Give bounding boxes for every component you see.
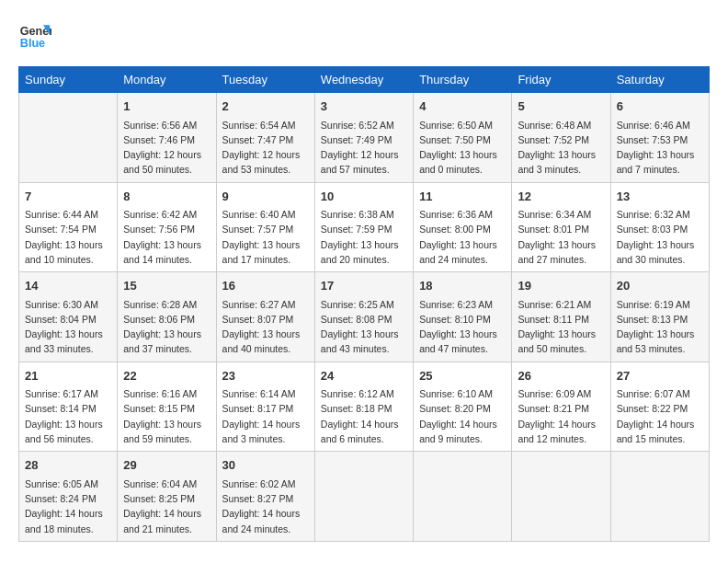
day-number: 9 — [222, 188, 309, 206]
week-row-3: 14Sunrise: 6:30 AMSunset: 8:04 PMDayligh… — [19, 272, 710, 362]
calendar-cell: 22Sunrise: 6:16 AMSunset: 8:15 PMDayligh… — [118, 362, 216, 452]
cell-info: Sunrise: 6:38 AMSunset: 7:59 PMDaylight:… — [321, 207, 407, 267]
calendar-cell: 1Sunrise: 6:56 AMSunset: 7:46 PMDaylight… — [118, 93, 216, 183]
cell-info: Sunrise: 6:25 AMSunset: 8:08 PMDaylight:… — [321, 297, 407, 357]
cell-info: Sunrise: 6:30 AMSunset: 8:04 PMDaylight:… — [25, 297, 111, 357]
calendar-cell: 3Sunrise: 6:52 AMSunset: 7:49 PMDaylight… — [314, 93, 413, 183]
cell-info: Sunrise: 6:28 AMSunset: 8:06 PMDaylight:… — [123, 297, 210, 357]
column-header-saturday: Saturday — [610, 67, 709, 93]
page-header: General Blue — [18, 18, 710, 52]
day-number: 3 — [321, 98, 407, 116]
column-header-sunday: Sunday — [19, 67, 118, 93]
cell-info: Sunrise: 6:54 AMSunset: 7:47 PMDaylight:… — [222, 118, 309, 178]
calendar-cell: 10Sunrise: 6:38 AMSunset: 7:59 PMDayligh… — [314, 182, 413, 272]
day-number: 23 — [222, 367, 309, 385]
calendar-cell: 30Sunrise: 6:02 AMSunset: 8:27 PMDayligh… — [216, 452, 314, 542]
calendar-cell: 28Sunrise: 6:05 AMSunset: 8:24 PMDayligh… — [19, 452, 118, 542]
day-number: 15 — [123, 277, 210, 295]
day-number: 24 — [321, 367, 407, 385]
column-header-wednesday: Wednesday — [314, 67, 413, 93]
day-number: 1 — [123, 98, 210, 116]
day-number: 29 — [123, 456, 210, 475]
calendar-cell: 4Sunrise: 6:50 AMSunset: 7:50 PMDaylight… — [414, 93, 512, 183]
calendar-cell: 5Sunrise: 6:48 AMSunset: 7:52 PMDaylight… — [512, 93, 610, 183]
logo: General Blue — [18, 18, 55, 52]
day-number: 4 — [419, 98, 506, 116]
cell-info: Sunrise: 6:21 AMSunset: 8:11 PMDaylight:… — [518, 297, 604, 357]
calendar-cell: 25Sunrise: 6:10 AMSunset: 8:20 PMDayligh… — [414, 362, 512, 452]
svg-text:Blue: Blue — [20, 37, 45, 50]
calendar-cell: 6Sunrise: 6:46 AMSunset: 7:53 PMDaylight… — [610, 93, 709, 183]
calendar-cell: 17Sunrise: 6:25 AMSunset: 8:08 PMDayligh… — [314, 272, 413, 362]
day-number: 10 — [321, 188, 407, 206]
cell-info: Sunrise: 6:50 AMSunset: 7:50 PMDaylight:… — [419, 118, 506, 178]
cell-info: Sunrise: 6:07 AMSunset: 8:22 PMDaylight:… — [617, 386, 703, 446]
day-number: 22 — [123, 367, 210, 385]
calendar-table: SundayMondayTuesdayWednesdayThursdayFrid… — [18, 66, 710, 542]
day-number: 7 — [25, 188, 111, 206]
calendar-cell: 29Sunrise: 6:04 AMSunset: 8:25 PMDayligh… — [118, 452, 216, 542]
day-number: 8 — [123, 188, 210, 206]
day-number: 17 — [321, 277, 407, 295]
day-number: 16 — [222, 277, 309, 295]
column-header-tuesday: Tuesday — [216, 67, 314, 93]
calendar-cell: 2Sunrise: 6:54 AMSunset: 7:47 PMDaylight… — [216, 93, 314, 183]
day-number: 13 — [617, 188, 703, 206]
calendar-cell: 21Sunrise: 6:17 AMSunset: 8:14 PMDayligh… — [19, 362, 118, 452]
calendar-header: SundayMondayTuesdayWednesdayThursdayFrid… — [19, 67, 710, 93]
calendar-cell: 19Sunrise: 6:21 AMSunset: 8:11 PMDayligh… — [512, 272, 610, 362]
calendar-body: 1Sunrise: 6:56 AMSunset: 7:46 PMDaylight… — [19, 93, 710, 542]
calendar-cell: 24Sunrise: 6:12 AMSunset: 8:18 PMDayligh… — [314, 362, 413, 452]
calendar-cell — [314, 452, 413, 542]
calendar-cell: 18Sunrise: 6:23 AMSunset: 8:10 PMDayligh… — [414, 272, 512, 362]
day-number: 2 — [222, 98, 309, 116]
calendar-cell — [512, 452, 610, 542]
calendar-cell: 8Sunrise: 6:42 AMSunset: 7:56 PMDaylight… — [118, 182, 216, 272]
cell-info: Sunrise: 6:27 AMSunset: 8:07 PMDaylight:… — [222, 297, 309, 357]
day-number: 12 — [518, 188, 604, 206]
cell-info: Sunrise: 6:05 AMSunset: 8:24 PMDaylight:… — [25, 477, 111, 536]
week-row-1: 1Sunrise: 6:56 AMSunset: 7:46 PMDaylight… — [19, 93, 710, 183]
calendar-cell: 14Sunrise: 6:30 AMSunset: 8:04 PMDayligh… — [19, 272, 118, 362]
calendar-cell: 12Sunrise: 6:34 AMSunset: 8:01 PMDayligh… — [512, 182, 610, 272]
calendar-cell: 7Sunrise: 6:44 AMSunset: 7:54 PMDaylight… — [19, 182, 118, 272]
day-number: 20 — [617, 277, 703, 295]
week-row-4: 21Sunrise: 6:17 AMSunset: 8:14 PMDayligh… — [19, 362, 710, 452]
cell-info: Sunrise: 6:04 AMSunset: 8:25 PMDaylight:… — [123, 477, 210, 536]
day-number: 11 — [419, 188, 506, 206]
day-number: 18 — [419, 277, 506, 295]
column-header-thursday: Thursday — [414, 67, 512, 93]
cell-info: Sunrise: 6:09 AMSunset: 8:21 PMDaylight:… — [518, 386, 604, 446]
calendar-cell: 20Sunrise: 6:19 AMSunset: 8:13 PMDayligh… — [610, 272, 709, 362]
cell-info: Sunrise: 6:19 AMSunset: 8:13 PMDaylight:… — [617, 297, 703, 357]
cell-info: Sunrise: 6:52 AMSunset: 7:49 PMDaylight:… — [321, 118, 407, 178]
day-number: 28 — [25, 456, 111, 475]
calendar-cell: 16Sunrise: 6:27 AMSunset: 8:07 PMDayligh… — [216, 272, 314, 362]
cell-info: Sunrise: 6:02 AMSunset: 8:27 PMDaylight:… — [222, 477, 309, 536]
cell-info: Sunrise: 6:56 AMSunset: 7:46 PMDaylight:… — [123, 118, 210, 178]
day-number: 25 — [419, 367, 506, 385]
day-number: 21 — [25, 367, 111, 385]
calendar-cell — [19, 93, 118, 183]
cell-info: Sunrise: 6:23 AMSunset: 8:10 PMDaylight:… — [419, 297, 506, 357]
calendar-cell: 9Sunrise: 6:40 AMSunset: 7:57 PMDaylight… — [216, 182, 314, 272]
calendar-cell — [414, 452, 512, 542]
cell-info: Sunrise: 6:36 AMSunset: 8:00 PMDaylight:… — [419, 207, 506, 267]
day-number: 19 — [518, 277, 604, 295]
logo-icon: General Blue — [18, 18, 51, 52]
day-number: 27 — [617, 367, 703, 385]
cell-info: Sunrise: 6:34 AMSunset: 8:01 PMDaylight:… — [518, 207, 604, 267]
column-header-friday: Friday — [512, 67, 610, 93]
cell-info: Sunrise: 6:17 AMSunset: 8:14 PMDaylight:… — [25, 386, 111, 446]
week-row-5: 28Sunrise: 6:05 AMSunset: 8:24 PMDayligh… — [19, 452, 710, 542]
calendar-cell: 13Sunrise: 6:32 AMSunset: 8:03 PMDayligh… — [610, 182, 709, 272]
calendar-cell: 15Sunrise: 6:28 AMSunset: 8:06 PMDayligh… — [118, 272, 216, 362]
cell-info: Sunrise: 6:44 AMSunset: 7:54 PMDaylight:… — [25, 207, 111, 267]
day-number: 30 — [222, 456, 309, 475]
cell-info: Sunrise: 6:32 AMSunset: 8:03 PMDaylight:… — [617, 207, 703, 267]
day-number: 14 — [25, 277, 111, 295]
cell-info: Sunrise: 6:10 AMSunset: 8:20 PMDaylight:… — [419, 386, 506, 446]
day-number: 26 — [518, 367, 604, 385]
calendar-cell: 11Sunrise: 6:36 AMSunset: 8:00 PMDayligh… — [414, 182, 512, 272]
calendar-cell — [610, 452, 709, 542]
